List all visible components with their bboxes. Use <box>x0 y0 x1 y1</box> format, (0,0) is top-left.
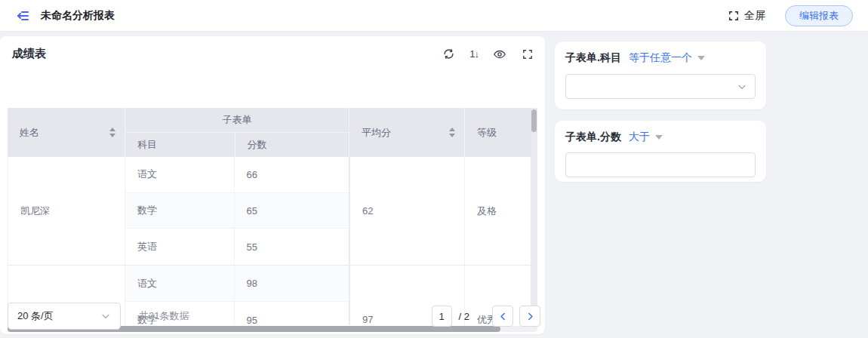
column-header-name: 姓名 <box>8 108 125 157</box>
cell-score: 66 <box>235 157 349 192</box>
score-table-panel: 成绩表 1↓ <box>0 36 545 334</box>
caret-down-icon[interactable] <box>655 135 663 140</box>
subform-table: 语文 66 数学 65 英语 55 <box>125 157 349 265</box>
subform-row: 英语 55 <box>125 229 349 265</box>
pagination-bar: 20 条/页 共21条数据 1 / 2 <box>8 298 540 334</box>
filter-card-score: 子表单.分数 大于 <box>555 121 766 182</box>
panel-header: 成绩表 1↓ <box>0 36 545 72</box>
table-header: 姓名 子表单 科目 分数 平均分 <box>8 108 537 157</box>
sort-up-icon <box>109 128 115 131</box>
sort-down-icon <box>109 134 115 137</box>
table-fullscreen-icon[interactable] <box>521 48 534 61</box>
sort-down-icon <box>449 134 455 137</box>
cell-grade: 及格 <box>465 157 531 265</box>
next-page-button[interactable] <box>519 306 540 327</box>
cell-subject: 英语 <box>125 229 235 265</box>
caret-down-icon[interactable] <box>697 56 705 60</box>
sort-control-average[interactable] <box>449 128 455 137</box>
subform-row: 语文 66 <box>125 157 349 193</box>
column-group-subform: 子表单 科目 分数 <box>125 108 349 157</box>
cell-score: 55 <box>235 229 349 265</box>
fullscreen-label: 全屏 <box>744 9 765 23</box>
filter-operator[interactable]: 等于任意一个 <box>629 51 692 65</box>
column-header-grade: 等级 <box>464 108 531 157</box>
table-row-group: 凯尼深 语文 66 数学 65 英语 55 62 及格 <box>8 157 537 266</box>
sort-control-name[interactable] <box>109 128 115 137</box>
subform-row: 语文 98 <box>125 266 349 302</box>
cell-name: 凯尼深 <box>8 157 125 265</box>
column-header-score: 分数 <box>235 133 349 157</box>
cell-subject: 数学 <box>125 193 235 229</box>
filter-field-label: 子表单.分数 <box>565 131 621 144</box>
filter-subject-select[interactable] <box>565 74 756 99</box>
fullscreen-icon <box>728 10 740 22</box>
refresh-icon[interactable] <box>442 48 455 61</box>
subform-group-label: 子表单 <box>125 108 349 133</box>
page-title: 未命名分析报表 <box>41 9 115 23</box>
column-header-subject: 科目 <box>125 133 235 157</box>
cell-score: 98 <box>235 266 349 301</box>
topbar: 未命名分析报表 全屏 编辑报表 <box>0 0 868 32</box>
total-count-label: 共21条数据 <box>139 309 189 323</box>
cell-score: 65 <box>235 193 349 229</box>
vertical-scrollbar-thumb[interactable] <box>531 109 537 132</box>
page-size-select[interactable]: 20 条/页 <box>8 303 121 330</box>
vertical-scrollbar[interactable] <box>531 108 537 325</box>
score-table: 姓名 子表单 科目 分数 平均分 <box>8 108 537 325</box>
subform-row: 数学 65 <box>125 193 349 229</box>
filter-card-subject: 子表单.科目 等于任意一个 <box>555 41 766 109</box>
chevron-down-icon <box>100 311 111 321</box>
filter-score-input[interactable] <box>565 152 756 177</box>
current-page-input[interactable]: 1 <box>432 306 452 327</box>
sort-icon[interactable]: 1↓ <box>469 48 479 61</box>
chevron-down-icon <box>737 81 747 92</box>
cell-subject: 语文 <box>125 157 235 192</box>
back-icon[interactable] <box>15 8 30 23</box>
panel-title: 成绩表 <box>12 47 46 61</box>
cell-subject: 语文 <box>125 266 235 301</box>
column-header-average: 平均分 <box>349 108 464 157</box>
total-pages-label: / 2 <box>459 311 469 322</box>
prev-page-button[interactable] <box>492 306 513 327</box>
edit-report-button[interactable]: 编辑报表 <box>785 5 853 26</box>
cell-average: 62 <box>349 157 465 265</box>
filter-operator[interactable]: 大于 <box>629 131 650 144</box>
fullscreen-control[interactable]: 全屏 <box>728 9 765 23</box>
eye-icon[interactable] <box>493 48 506 61</box>
filter-field-label: 子表单.科目 <box>565 51 621 65</box>
sort-up-icon <box>449 128 455 131</box>
